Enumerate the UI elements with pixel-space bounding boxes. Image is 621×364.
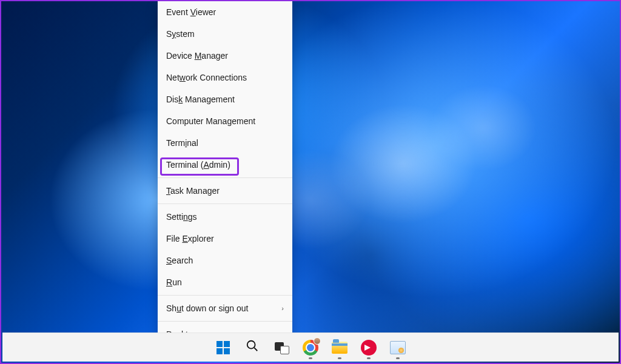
menu-item-label: System — [166, 29, 195, 39]
menu-item-label: File Explorer — [166, 234, 214, 243]
running-indicator — [309, 357, 312, 359]
menu-item-label: Terminal (Admin) — [166, 160, 230, 170]
control-panel-icon — [390, 341, 406, 354]
menu-computer-management[interactable]: Computer Management — [158, 110, 292, 132]
menu-network-connections[interactable]: Network Connections — [158, 67, 292, 88]
menu-item-label: Network Connections — [166, 73, 247, 82]
chevron-right-icon: › — [281, 305, 284, 312]
svg-rect-1 — [217, 341, 223, 347]
windows-start-icon — [216, 340, 230, 355]
menu-terminal-admin[interactable]: Terminal (Admin) — [158, 154, 292, 176]
svg-rect-4 — [224, 348, 230, 354]
menu-separator — [158, 177, 292, 178]
start-button[interactable] — [211, 336, 235, 360]
search-icon — [246, 339, 259, 356]
file-explorer-app[interactable] — [327, 336, 352, 360]
svg-line-6 — [254, 348, 257, 351]
file-explorer-icon — [332, 342, 347, 354]
menu-separator — [158, 204, 292, 204]
search-button[interactable] — [240, 336, 264, 360]
taskbar — [2, 333, 619, 362]
menu-settings[interactable]: Settings — [158, 206, 292, 228]
desktop-wallpaper — [1, 1, 620, 363]
menu-item-label: Computer Management — [166, 116, 255, 126]
menu-disk-management[interactable]: Disk Management — [158, 88, 292, 110]
running-indicator — [396, 357, 400, 359]
running-indicator — [367, 357, 371, 359]
winx-context-menu: Event ViewerSystemDevice ManagerNetwork … — [158, 1, 292, 348]
task-view-icon — [275, 342, 288, 353]
menu-item-label: Disk Management — [166, 94, 235, 104]
running-indicator — [338, 357, 341, 359]
menu-separator — [158, 321, 292, 322]
menu-file-explorer[interactable]: File Explorer — [158, 228, 292, 250]
menu-device-manager[interactable]: Device Manager — [158, 45, 292, 67]
menu-task-manager[interactable]: Task Manager — [158, 180, 292, 202]
menu-shutdown[interactable]: Shut down or sign out› — [158, 297, 292, 319]
menu-item-label: Run — [166, 277, 182, 287]
media-app-icon — [361, 340, 377, 356]
menu-terminal[interactable]: Terminal — [158, 132, 292, 154]
menu-item-label: Device Manager — [166, 51, 228, 61]
media-app[interactable] — [357, 336, 381, 360]
menu-item-label: Terminal — [166, 138, 198, 148]
menu-system[interactable]: System — [158, 23, 292, 45]
menu-item-label: Search — [166, 256, 193, 265]
svg-rect-3 — [217, 348, 223, 354]
task-view-button[interactable] — [269, 336, 294, 360]
menu-item-label: Task Manager — [166, 186, 220, 196]
chrome-app[interactable] — [298, 336, 323, 360]
svg-rect-2 — [224, 341, 230, 347]
menu-separator — [158, 295, 292, 296]
profile-badge-icon — [314, 337, 321, 345]
menu-item-label: Shut down or sign out — [166, 303, 248, 313]
menu-run[interactable]: Run — [158, 271, 292, 293]
menu-search[interactable]: Search — [158, 250, 292, 271]
menu-item-label: Event Viewer — [166, 7, 216, 17]
svg-point-5 — [247, 341, 255, 349]
menu-event-viewer[interactable]: Event Viewer — [158, 1, 292, 23]
control-panel-app[interactable] — [386, 336, 410, 360]
menu-item-label: Settings — [166, 212, 197, 222]
